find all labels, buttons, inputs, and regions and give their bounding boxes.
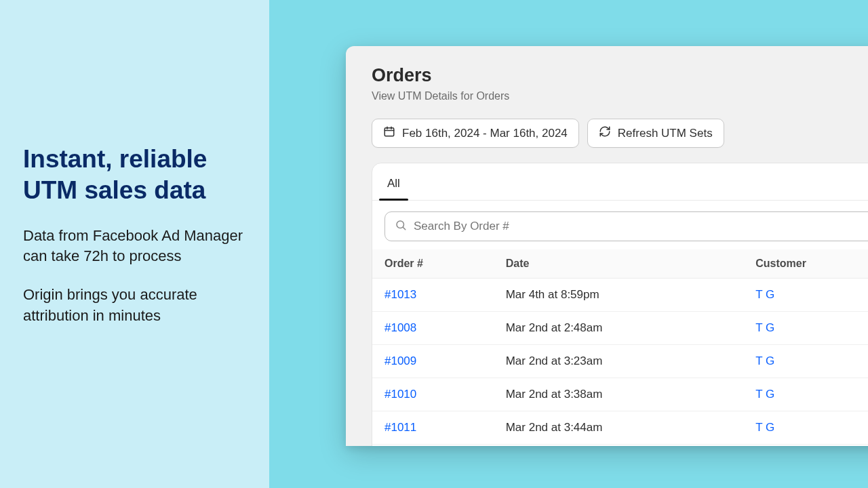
search-field[interactable] bbox=[384, 211, 868, 241]
table-row: #1009 Mar 2nd at 3:23am T G fb bbox=[372, 345, 868, 378]
refresh-icon bbox=[599, 125, 611, 141]
search-icon bbox=[395, 219, 407, 234]
calendar-icon bbox=[383, 125, 395, 141]
customer-link[interactable]: T G bbox=[755, 388, 774, 401]
app-window: Orders View UTM Details for Orders Feb 1… bbox=[346, 46, 868, 446]
svg-point-1 bbox=[397, 221, 404, 228]
orders-card: All Order # Date bbox=[372, 163, 868, 446]
promo-para-2: Origin brings you accurate attribution i… bbox=[23, 285, 246, 327]
col-header-customer[interactable]: Customer bbox=[743, 249, 865, 279]
order-link[interactable]: #1009 bbox=[384, 354, 416, 367]
promo-para-1: Data from Facebook Ad Manager can take 7… bbox=[23, 226, 246, 268]
customer-link[interactable]: T G bbox=[755, 354, 774, 367]
order-link[interactable]: #1011 bbox=[384, 421, 416, 434]
customer-link[interactable]: T G bbox=[755, 421, 774, 434]
order-source: fb bbox=[865, 378, 868, 411]
order-source: fb bbox=[865, 312, 868, 345]
toolbar: Feb 16th, 2024 - Mar 16th, 2024 Refresh … bbox=[372, 119, 868, 148]
refresh-button[interactable]: Refresh UTM Sets bbox=[587, 119, 724, 148]
svg-rect-0 bbox=[384, 128, 394, 136]
date-range-button[interactable]: Feb 16th, 2024 - Mar 16th, 2024 bbox=[372, 119, 579, 148]
order-date: Mar 2nd at 3:23am bbox=[494, 345, 744, 378]
order-source: ig bbox=[865, 279, 868, 312]
order-link[interactable]: #1008 bbox=[384, 321, 416, 334]
order-date: Mar 2nd at 3:44am bbox=[494, 411, 744, 445]
order-date: Mar 4th at 8:59pm bbox=[494, 279, 744, 312]
tabs: All bbox=[372, 163, 868, 200]
promo-headline: Instant, reliable UTM sales data bbox=[23, 144, 246, 207]
table-row: #1010 Mar 2nd at 3:38am T G fb bbox=[372, 378, 868, 411]
col-header-source[interactable]: Source bbox=[865, 249, 868, 279]
table-row: #1008 Mar 2nd at 2:48am T G fb bbox=[372, 312, 868, 345]
col-header-order[interactable]: Order # bbox=[372, 249, 494, 279]
orders-table: Order # Date Customer Source #1013 Mar 4… bbox=[372, 249, 868, 445]
customer-link[interactable]: T G bbox=[755, 321, 774, 334]
order-link[interactable]: #1010 bbox=[384, 388, 416, 401]
date-range-label: Feb 16th, 2024 - Mar 16th, 2024 bbox=[402, 127, 568, 140]
page-title: Orders bbox=[372, 65, 868, 86]
order-link[interactable]: #1013 bbox=[384, 288, 416, 301]
refresh-label: Refresh UTM Sets bbox=[618, 127, 713, 140]
search-input[interactable] bbox=[414, 220, 868, 233]
customer-link[interactable]: T G bbox=[755, 288, 774, 301]
order-date: Mar 2nd at 2:48am bbox=[494, 312, 744, 345]
col-header-date[interactable]: Date bbox=[494, 249, 744, 279]
table-header-row: Order # Date Customer Source bbox=[372, 249, 868, 279]
promo-panel: Instant, reliable UTM sales data Data fr… bbox=[0, 0, 269, 488]
table-row: #1011 Mar 2nd at 3:44am T G fb bbox=[372, 411, 868, 445]
tab-all[interactable]: All bbox=[384, 173, 403, 200]
order-date: Mar 2nd at 3:38am bbox=[494, 378, 744, 411]
table-row: #1013 Mar 4th at 8:59pm T G ig bbox=[372, 279, 868, 312]
page-subtitle: View UTM Details for Orders bbox=[372, 90, 868, 102]
order-source: fb bbox=[865, 345, 868, 378]
order-source: fb bbox=[865, 411, 868, 445]
